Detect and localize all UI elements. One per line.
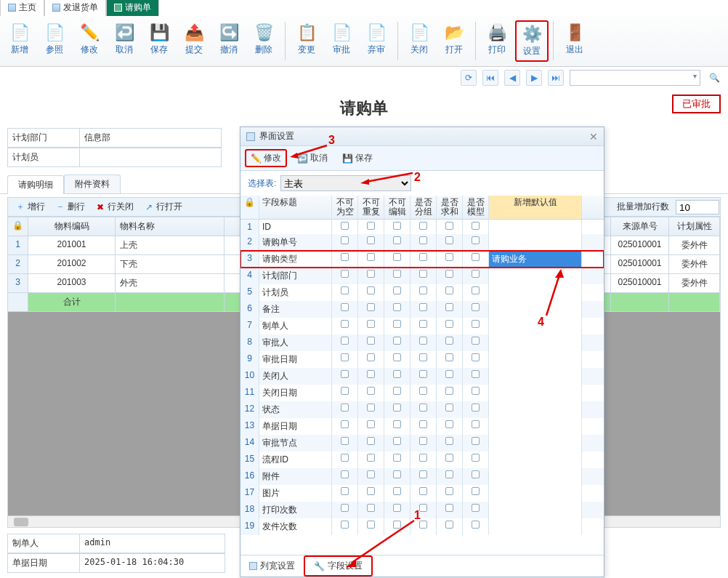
checkbox[interactable] [419,320,427,328]
cell-name[interactable]: 下壳 [116,255,225,274]
checkbox[interactable] [419,387,427,395]
checkbox[interactable] [445,320,453,328]
checkbox[interactable] [472,337,480,345]
field-title[interactable]: 备注 [259,301,332,318]
default-value[interactable] [489,368,582,385]
checkbox[interactable] [419,437,427,445]
cell-code[interactable]: 201001 [28,236,116,255]
checkbox[interactable] [367,521,375,529]
next-record-button[interactable]: ▶ [526,70,542,86]
checkbox[interactable] [419,222,427,230]
field-title[interactable]: 打印次数 [259,502,332,518]
checkbox[interactable] [472,253,480,261]
checkbox[interactable] [445,337,453,345]
checkbox[interactable] [445,222,453,230]
checkbox[interactable] [445,236,453,244]
checkbox[interactable] [367,320,375,328]
dialog-close-button[interactable]: ✕ [589,131,598,143]
default-value[interactable] [489,301,582,318]
checkbox[interactable] [472,286,480,294]
field-title[interactable]: 状态 [259,401,332,418]
add-row-button[interactable]: ＋增行 [15,201,45,213]
delete-button[interactable]: 🗑️删除 [247,20,280,62]
search-button[interactable]: 🔍 [706,70,722,86]
approve-button[interactable]: 📄审批 [325,20,358,62]
checkbox[interactable] [472,470,480,478]
default-value[interactable] [489,385,582,401]
checkbox[interactable] [393,370,401,378]
field-row[interactable]: 8 审批人 [240,334,604,351]
field-row[interactable]: 16 附件 [240,468,604,485]
prev-record-button[interactable]: ◀ [504,70,520,86]
checkbox[interactable] [445,437,453,445]
default-value[interactable] [489,502,582,518]
checkbox[interactable] [419,236,427,244]
reject-button[interactable]: 📄弃审 [360,20,393,62]
close-button[interactable]: 📄关闭 [403,20,436,62]
checkbox[interactable] [341,420,349,428]
checkbox[interactable] [341,303,349,311]
checkbox[interactable] [393,270,401,278]
tab-home[interactable]: 主页 [0,0,44,16]
checkbox[interactable] [393,253,401,261]
settings-button[interactable]: ⚙️设置 [515,20,549,62]
checkbox[interactable] [393,236,401,244]
default-value[interactable] [489,351,582,368]
checkbox[interactable] [445,487,453,495]
field-title[interactable]: 图片 [259,485,332,502]
cell-plan[interactable]: 委外件 [669,274,720,293]
checkbox[interactable] [445,253,453,261]
field-row[interactable]: 6 备注 [240,301,604,318]
col-group[interactable]: 是否 分组 [410,196,437,219]
field-title[interactable]: 单据日期 [259,418,332,435]
checkbox[interactable] [472,387,480,395]
tab-requisition[interactable]: 请购单 [106,0,159,16]
dept-value[interactable]: 信息部 [80,128,222,148]
checkbox[interactable] [472,454,480,462]
checkbox[interactable] [341,521,349,529]
field-title[interactable]: 关闭日期 [259,385,332,401]
checkbox[interactable] [393,286,401,294]
col-not-null[interactable]: 不可 为空 [332,196,358,219]
checkbox[interactable] [367,387,375,395]
field-title[interactable]: 审批人 [259,334,332,351]
close-row-button[interactable]: ✖行关闭 [95,201,134,213]
cancel-button[interactable]: ↩️取消 [108,20,141,62]
cell-code[interactable]: 201002 [28,255,116,274]
print-button[interactable]: 🖨️打印 [480,20,514,62]
field-row[interactable]: 12 状态 [240,401,604,418]
exit-button[interactable]: 🚪退出 [558,20,591,62]
checkbox[interactable] [341,387,349,395]
checkbox[interactable] [445,303,453,311]
checkbox[interactable] [445,454,453,462]
checkbox[interactable] [367,420,375,428]
checkbox[interactable] [341,270,349,278]
checkbox[interactable] [341,353,349,361]
search-combo[interactable] [570,70,700,86]
checkbox[interactable] [419,521,427,529]
checkbox[interactable] [341,370,349,378]
save-button[interactable]: 💾保存 [142,20,176,62]
checkbox[interactable] [341,253,349,261]
col-model[interactable]: 是否 模型 [463,196,489,219]
checkbox[interactable] [419,286,427,294]
col-source[interactable]: 来源单号 [611,217,669,236]
checkbox[interactable] [419,420,427,428]
checkbox[interactable] [419,270,427,278]
field-title[interactable]: 附件 [259,468,332,485]
checkbox[interactable] [472,303,480,311]
checkbox[interactable] [393,420,401,428]
col-not-edit[interactable]: 不可 编辑 [384,196,410,219]
default-value[interactable] [489,435,582,451]
checkbox[interactable] [367,370,375,378]
checkbox[interactable] [472,420,480,428]
batch-add-input[interactable] [676,200,719,214]
field-row[interactable]: 15 流程ID [240,451,604,468]
checkbox[interactable] [367,437,375,445]
field-row[interactable]: 18 打印次数 [240,502,604,518]
checkbox[interactable] [341,470,349,478]
reference-button[interactable]: 📄参照 [38,20,71,62]
default-value[interactable] [489,220,582,234]
field-row[interactable]: 3 请购类型 请购业务 [240,251,604,268]
last-record-button[interactable]: ⏭ [548,70,564,86]
